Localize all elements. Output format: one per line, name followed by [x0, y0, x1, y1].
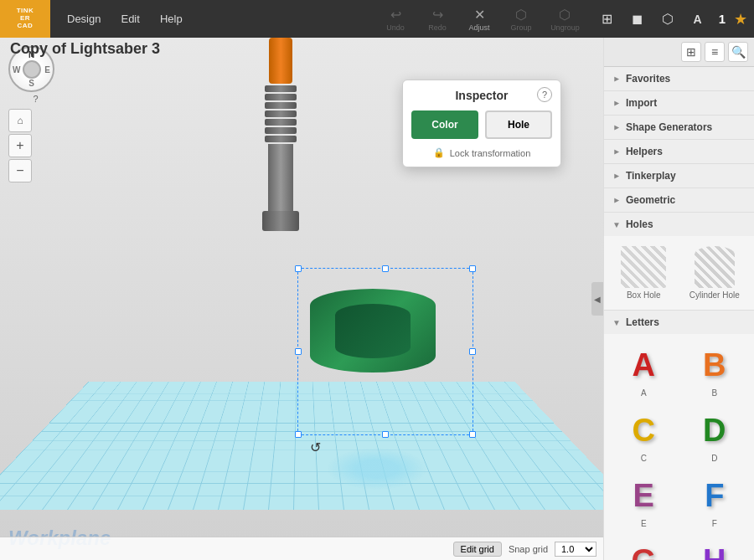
tb-star[interactable]: ★	[734, 10, 747, 28]
compass-s: S	[28, 79, 34, 88]
sidebar-section-favorites: ▼ Favorites	[604, 67, 754, 91]
holes-grid: Box Hole Cylinder Hole	[604, 236, 754, 310]
compass-center[interactable]	[23, 60, 41, 79]
lightsaber-orange-cap	[269, 38, 292, 84]
hole-button[interactable]: Hole	[485, 110, 552, 139]
sidebar-search-icon[interactable]: 🔍	[728, 42, 748, 62]
redo-button[interactable]: ↪ Redo	[416, 3, 458, 35]
selection-handle-bl[interactable]	[295, 431, 302, 438]
letter-c-item[interactable]: C C	[611, 406, 677, 466]
green-ring-object[interactable]	[310, 289, 436, 372]
sidebar-section-holes: ▼ Holes Box Hole Cylinder Hole	[604, 213, 754, 311]
adjust-button[interactable]: ✕ Adjust	[458, 3, 500, 35]
letter-g-shape: G	[622, 540, 664, 560]
section-label-import: Import	[626, 97, 657, 109]
letter-a-label: A	[641, 388, 647, 398]
home-button[interactable]: ⌂	[8, 109, 32, 132]
nav-design[interactable]: Design	[57, 0, 111, 38]
grid-view-icon[interactable]: ⊞	[595, 7, 620, 32]
letter-d-label: D	[711, 454, 717, 463]
undo-button[interactable]: ↩ Undo	[374, 3, 416, 35]
sidebar-header-helpers[interactable]: ▼ Helpers	[604, 140, 754, 163]
sidebar-section-shapegen: ▼ Shape Generators	[604, 116, 754, 140]
grip-ring	[265, 94, 297, 100]
letter-f-shape: F	[694, 475, 736, 516]
letter-f-label: F	[712, 519, 717, 528]
sidebar-header-geometric[interactable]: ▼ Geometric	[604, 188, 754, 212]
sidebar-collapse-handle[interactable]: ◀	[591, 282, 603, 316]
grip-ring	[265, 110, 297, 117]
sidebar-header-shapegen[interactable]: ▼ Shape Generators	[604, 116, 754, 139]
inspector-buttons: Color Hole	[411, 110, 552, 139]
letter-e-item[interactable]: E E	[611, 471, 677, 532]
color-button[interactable]: Color	[411, 110, 478, 139]
zoom-out-button[interactable]: −	[8, 159, 32, 182]
selection-handle-mr[interactable]	[469, 348, 476, 355]
inspector-help-btn[interactable]: ?	[537, 87, 552, 102]
section-label-favorites: Favorites	[626, 73, 670, 85]
letter-d-item[interactable]: D D	[682, 406, 748, 466]
letter-c-label: C	[641, 454, 647, 463]
letter-d-shape: D	[694, 409, 736, 451]
cube-view-icon[interactable]: ◼	[625, 7, 650, 32]
grip-ring	[265, 102, 297, 109]
logo[interactable]: TINK ER CAD	[0, 0, 50, 38]
selection-handle-tr[interactable]	[469, 265, 476, 272]
snap-grid-select[interactable]: 1.0 0.5 0.25	[555, 542, 596, 557]
nav-edit[interactable]: Edit	[111, 0, 149, 38]
sidebar-section-tinkerplay: ▼ Tinkerplay	[604, 164, 754, 188]
selection-handle-bm[interactable]	[382, 431, 389, 438]
inspector-panel: Inspector ? Color Hole 🔒 Lock transforma…	[402, 80, 561, 167]
rotation-handle[interactable]: ↺	[310, 439, 321, 455]
selection-handle-tm[interactable]	[382, 265, 389, 272]
letter-g-item[interactable]: G G	[611, 537, 677, 560]
cylinder-hole-item[interactable]: Cylinder Hole	[682, 243, 748, 303]
selection-handle-br[interactable]	[469, 431, 476, 438]
box-hole-item[interactable]: Box Hole	[611, 243, 677, 303]
sphere-view-icon[interactable]: ⬡	[655, 7, 680, 32]
undo-label: Undo	[386, 23, 405, 32]
logo-text: TINK ER CAD	[17, 8, 34, 29]
redo-icon: ↪	[432, 7, 443, 23]
group-icon: ⬡	[515, 7, 527, 23]
letter-h-item[interactable]: H H	[682, 537, 748, 560]
letter-e-shape: E	[622, 475, 664, 516]
lightsaber-object[interactable]	[251, 38, 310, 386]
letter-a-item[interactable]: A A	[611, 341, 677, 401]
letter-b-item[interactable]: B B	[682, 341, 748, 401]
sidebar-section-helpers: ▼ Helpers	[604, 140, 754, 164]
section-label-helpers: Helpers	[626, 146, 663, 157]
lock-transformation[interactable]: 🔒 Lock transformation	[411, 147, 552, 158]
sidebar-header-letters[interactable]: ▼ Letters	[604, 311, 754, 334]
viewport[interactable]: ↺ N S E W ? ⌂ + − ◀ Inspector ?	[0, 38, 603, 560]
letter-a-icon[interactable]: A	[685, 7, 710, 32]
letter-f-item[interactable]: F F	[682, 471, 748, 532]
sidebar-header-holes[interactable]: ▼ Holes	[604, 213, 754, 236]
zoom-in-button[interactable]: +	[8, 134, 32, 157]
nav-help[interactable]: Help	[150, 0, 193, 38]
section-label-tinkerplay: Tinkerplay	[626, 170, 676, 182]
compass-e: E	[44, 64, 50, 74]
sidebar-grid-icon[interactable]: ⊞	[681, 42, 701, 62]
sidebar-list-icon[interactable]: ≡	[705, 42, 725, 62]
compass-w: W	[13, 64, 20, 74]
edit-grid-button[interactable]: Edit grid	[453, 542, 502, 557]
lock-label: Lock transformation	[450, 148, 531, 158]
nav-cube: N S E W ? ⌂ + −	[8, 46, 63, 184]
letters-grid: A A B B C C D D E E	[604, 334, 754, 560]
sidebar-header-import[interactable]: ▼ Import	[604, 91, 754, 115]
section-arrow-shapegen: ▼	[612, 123, 621, 131]
topbar-right: ⊞ ◼ ⬡ A 1 ★	[595, 7, 754, 32]
sidebar-header-tinkerplay[interactable]: ▼ Tinkerplay	[604, 164, 754, 188]
group-button[interactable]: ⬡ Group	[500, 3, 542, 35]
ungroup-button[interactable]: ⬡ Ungroup	[542, 3, 588, 35]
letter-c-shape: C	[622, 409, 664, 451]
ungroup-icon: ⬡	[559, 7, 571, 23]
snap-label: Snap grid	[509, 544, 548, 554]
cylinder-hole-label: Cylinder Hole	[689, 290, 740, 300]
sidebar-header-favorites[interactable]: ▼ Favorites	[604, 67, 754, 90]
lightsaber-body	[268, 144, 293, 211]
sidebar-section-import: ▼ Import	[604, 91, 754, 116]
help-tooltip-btn[interactable]: ?	[8, 94, 63, 104]
section-arrow-geometric: ▼	[612, 196, 621, 204]
